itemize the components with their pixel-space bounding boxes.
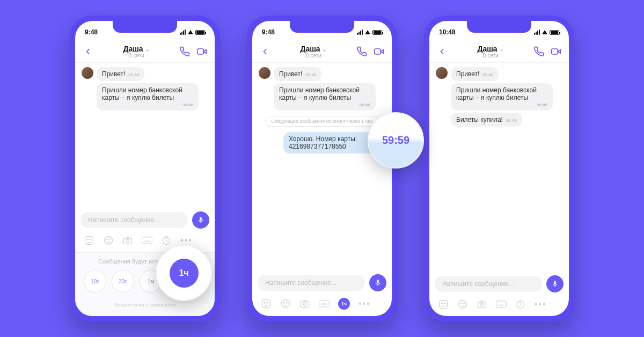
- status-icons: [534, 30, 559, 35]
- gif-icon[interactable]: GIF+: [319, 298, 330, 309]
- voice-message-button[interactable]: [192, 211, 209, 229]
- svg-rect-13: [262, 300, 270, 308]
- emoji-icon[interactable]: [103, 235, 114, 246]
- voice-call-button[interactable]: [179, 46, 190, 57]
- timer-icon[interactable]: [515, 299, 526, 310]
- signal-icon: [180, 30, 186, 35]
- magnifier-label: 1ч: [170, 259, 199, 288]
- message-input[interactable]: Напишите сообщение...: [435, 276, 542, 292]
- composer: Напишите сообщение...: [75, 207, 215, 233]
- signal-icon: [357, 30, 363, 35]
- more-icon[interactable]: •••: [535, 299, 547, 309]
- more-icon[interactable]: •••: [180, 236, 193, 245]
- voice-call-button[interactable]: [356, 46, 367, 57]
- svg-point-26: [444, 303, 445, 304]
- sticker-icon[interactable]: [261, 298, 272, 309]
- more-icon[interactable]: •••: [358, 299, 371, 309]
- back-button[interactable]: [437, 46, 448, 57]
- svg-rect-12: [375, 49, 381, 54]
- sticker-icon[interactable]: [438, 299, 449, 310]
- timer-active-badge[interactable]: 1ч: [338, 298, 350, 310]
- voice-message-button[interactable]: [546, 275, 564, 292]
- chat-title[interactable]: Даша ⌄ В сети: [270, 45, 356, 58]
- contact-name: Даша: [300, 45, 320, 53]
- status-icons: [357, 30, 382, 35]
- message-incoming: Пришли номер банковской карты – я куплю …: [259, 83, 385, 111]
- chevron-down-icon: ⌄: [500, 47, 504, 52]
- message-incoming: Привет!09:48: [82, 67, 208, 81]
- screen-3: 10:48 Даша ⌄ В сети Привет!09:48: [429, 21, 569, 316]
- video-call-button[interactable]: [374, 46, 384, 57]
- chat-title[interactable]: Даша ⌄ В сети: [93, 45, 179, 58]
- composer: Напишите сообщение...: [252, 270, 392, 296]
- clock: 10:48: [439, 28, 456, 36]
- clock: 9:48: [262, 28, 275, 36]
- voice-call-button[interactable]: [533, 46, 544, 57]
- clock: 9:48: [85, 28, 98, 36]
- svg-rect-23: [552, 49, 558, 54]
- chat-title[interactable]: Даша ⌄ В сети: [448, 45, 533, 58]
- svg-text:GIF+: GIF+: [498, 303, 504, 306]
- message-time: 09:48: [102, 102, 193, 107]
- svg-point-14: [265, 303, 266, 304]
- svg-point-25: [442, 303, 443, 304]
- message-incoming: Пришли номер банковской карты – я куплю …: [82, 83, 208, 111]
- camera-icon[interactable]: [299, 298, 310, 309]
- emoji-icon[interactable]: [457, 299, 468, 310]
- phone-frame-3: 10:48 Даша ⌄ В сети Привет!09:48: [424, 16, 574, 321]
- gif-icon[interactable]: GIF+: [496, 299, 507, 310]
- message-text: Пришли номер банковской карты – я куплю …: [279, 86, 360, 101]
- camera-icon[interactable]: [477, 299, 487, 310]
- svg-rect-24: [440, 301, 448, 309]
- message-text: Привет!: [102, 70, 125, 78]
- svg-point-20: [304, 303, 306, 305]
- svg-point-8: [127, 239, 129, 242]
- message-time: 10:48: [506, 118, 517, 123]
- wifi-icon: [365, 30, 370, 34]
- wifi-icon: [188, 30, 193, 34]
- video-call-button[interactable]: [196, 46, 207, 57]
- avatar[interactable]: [436, 67, 448, 79]
- gif-icon[interactable]: GIF+: [142, 235, 152, 246]
- back-button[interactable]: [260, 46, 270, 57]
- notch: [113, 21, 177, 33]
- video-call-button[interactable]: [551, 46, 561, 57]
- chat-navbar: Даша ⌄ В сети: [75, 40, 215, 63]
- status-icons: [180, 30, 205, 35]
- phone-frame-2: 9:48 Даша ⌄ В сети Привет!09:48: [247, 16, 397, 321]
- back-button[interactable]: [83, 46, 93, 57]
- signal-icon: [534, 30, 540, 35]
- magnifier-selected-timer: 1ч: [156, 245, 212, 301]
- avatar[interactable]: [82, 67, 93, 79]
- message-time: 09:48: [482, 72, 493, 77]
- timer-option[interactable]: 10с: [84, 270, 106, 292]
- chat-navbar: Даша ⌄ В сети: [252, 40, 392, 63]
- sticker-icon[interactable]: [84, 235, 94, 246]
- message-incoming: Билеты купила!10:48: [436, 113, 562, 127]
- svg-point-18: [287, 303, 288, 304]
- attachment-toolbar: GIF+ 1ч •••: [252, 296, 392, 316]
- message-time: 09:48: [279, 102, 370, 107]
- voice-message-button[interactable]: [369, 274, 386, 291]
- svg-point-3: [90, 239, 91, 240]
- magnifier-countdown: 59:59: [368, 112, 424, 169]
- svg-point-15: [267, 303, 268, 304]
- chat-body: Привет!09:48 Пришли номер банковской кар…: [252, 63, 392, 270]
- contact-name: Даша: [123, 45, 143, 53]
- svg-point-5: [107, 239, 108, 240]
- message-input[interactable]: Напишите сообщение...: [80, 212, 188, 228]
- message-input[interactable]: Напишите сообщение...: [258, 275, 365, 291]
- message-incoming: Привет!09:48: [436, 67, 562, 81]
- message-incoming: Пришли номер банковской карты – я куплю …: [436, 83, 562, 111]
- contact-status: В сети: [270, 53, 356, 58]
- message-text: Пришли номер банковской карты – я куплю …: [456, 86, 537, 101]
- contact-name: Даша: [477, 45, 497, 53]
- message-time: 09:48: [128, 72, 139, 77]
- timer-icon[interactable]: [161, 235, 172, 246]
- timer-option[interactable]: 30с: [112, 270, 134, 292]
- emoji-icon[interactable]: [280, 298, 291, 309]
- contact-status: В сети: [448, 53, 533, 58]
- avatar[interactable]: [259, 67, 270, 79]
- camera-icon[interactable]: [122, 235, 133, 246]
- picker-footnote: Уведомления о скриншотах: [82, 302, 208, 307]
